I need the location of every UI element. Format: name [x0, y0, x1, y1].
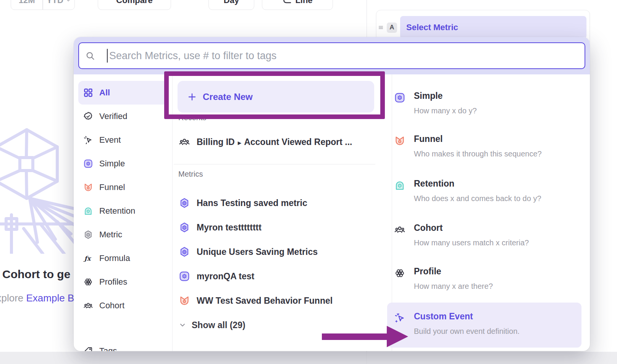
type-title: Simple	[414, 90, 477, 102]
sidebar-item-funnel[interactable]: Funnel	[78, 176, 168, 199]
cohort-people-icon	[394, 224, 405, 235]
retention-icon	[83, 206, 93, 216]
type-title: Cohort	[414, 222, 529, 234]
metric-list-item[interactable]: Unique Users Saving Metrics	[179, 243, 387, 260]
background-panel-divider-bottom	[367, 351, 367, 364]
recent-item[interactable]: Billing ID ▸ Account Viewed Report ...	[179, 134, 387, 150]
metric-list-item[interactable]: myronQA test	[179, 268, 387, 285]
metric-hexagon-icon	[179, 246, 190, 258]
simple-metric-icon	[179, 271, 190, 282]
funnel-icon	[83, 182, 93, 192]
select-metric-field[interactable]: Select Metric	[400, 16, 586, 39]
range-ytd-label: YTD	[47, 0, 63, 5]
date-range-segmented-control[interactable]: 12M YTD	[11, 0, 75, 10]
metric-list-item[interactable]: WW Test Saved Behavior Funnel	[179, 292, 387, 309]
sidebar-item-label: Retention	[99, 206, 135, 216]
tag-icon	[83, 346, 93, 351]
type-option-funnel[interactable]: Funnel Who makes it through this sequenc…	[394, 133, 583, 159]
metric-name: WW Test Saved Behavior Funnel	[197, 296, 333, 306]
type-text: Profile How many x are there?	[414, 265, 493, 292]
type-text: Retention Who does x and comes back to d…	[414, 177, 541, 204]
grid-icon	[83, 88, 93, 98]
sidebar-item-profiles[interactable]: Profiles	[78, 270, 168, 294]
recent-item-label: Billing ID ▸ Account Viewed Report ...	[197, 137, 352, 147]
bottom-background-band	[0, 352, 617, 364]
recent-secondary: Account Viewed Report ...	[244, 137, 352, 147]
sidebar-item-tags[interactable]: Tags	[78, 339, 168, 351]
type-option-profile[interactable]: Profile How many x are there?	[394, 265, 583, 292]
sidebar-item-label: Funnel	[99, 182, 125, 192]
type-text: Custom Event Build your own event defini…	[414, 310, 520, 337]
search-box[interactable]	[78, 42, 585, 69]
compare-label: Compare	[116, 0, 152, 5]
cohort-people-icon	[179, 136, 190, 148]
funnel-icon	[179, 295, 190, 306]
search-icon	[85, 51, 95, 61]
recent-primary: Billing ID	[197, 137, 235, 147]
type-desc: Who does x and comes back to do y?	[414, 193, 541, 204]
metric-name: myronQA test	[197, 271, 254, 282]
line-chart-icon	[282, 0, 291, 4]
sidebar-item-retention[interactable]: Retention	[78, 199, 168, 223]
type-option-cohort[interactable]: Cohort How many users match x criteria?	[394, 222, 583, 248]
sidebar-item-verified[interactable]: Verified	[78, 105, 168, 128]
interval-day-button[interactable]: Day	[208, 0, 254, 10]
search-input[interactable]	[109, 50, 585, 62]
select-metric-label: Select Metric	[406, 23, 458, 32]
type-text: Cohort How many users match x criteria?	[414, 222, 529, 248]
metric-hexagon-icon	[179, 197, 190, 209]
metric-list-item[interactable]: Hans Testing saved metric	[179, 195, 387, 211]
chart-type-label: Line	[295, 0, 312, 5]
show-all-toggle[interactable]: Show all (29)	[179, 317, 387, 333]
type-desc: How many x are there?	[414, 280, 493, 292]
type-title: Profile	[414, 265, 493, 277]
example-board-link[interactable]: Example B	[26, 292, 74, 304]
verified-badge-icon	[83, 111, 93, 121]
annotation-arrow-head	[387, 326, 408, 347]
type-desc: Who makes it through this sequence?	[414, 148, 542, 159]
type-option-retention[interactable]: Retention Who does x and comes back to d…	[394, 177, 583, 204]
sidebar-item-label: Formula	[99, 253, 130, 263]
type-option-simple[interactable]: Simple How many x do y?	[394, 90, 583, 116]
range-ytd-button[interactable]: YTD	[43, 0, 74, 5]
custom-event-cursor-icon	[394, 312, 405, 324]
drag-handle-icon[interactable]	[378, 24, 384, 31]
metrics-section-label: Metrics	[178, 170, 203, 179]
type-desc: How many users match x criteria?	[414, 237, 529, 248]
chart-type-line-button[interactable]: Line	[262, 0, 333, 10]
range-12m-button[interactable]: 12M	[11, 0, 42, 5]
sidebar-item-cohort[interactable]: Cohort	[78, 294, 168, 317]
event-cursor-icon	[83, 135, 93, 145]
sidebar-item-simple[interactable]: Simple	[78, 152, 168, 176]
sidebar-item-all[interactable]: All	[78, 81, 168, 105]
chevron-down-icon	[179, 321, 186, 329]
sidebar-item-label: Verified	[99, 111, 127, 121]
annotation-rectangle-create-new	[164, 71, 385, 119]
metric-name: Unique Users Saving Metrics	[197, 247, 318, 257]
sidebar-item-event[interactable]: Event	[78, 128, 168, 152]
show-all-label: Show all (29)	[192, 320, 246, 330]
recents-metrics-divider	[174, 164, 375, 164]
type-desc: How many x do y?	[414, 105, 477, 116]
empty-state-explore-line: explore Example B	[0, 292, 74, 304]
empty-state-headline-fragment: r Cohort to ge	[0, 268, 70, 281]
profiles-honeycomb-icon	[394, 267, 405, 279]
metric-name: Hans Testing saved metric	[197, 198, 307, 208]
metric-picker-screen: 12M YTD Compare Day Line A Select Metric	[0, 0, 617, 364]
series-letter-badge: A	[387, 23, 397, 33]
metric-list-item[interactable]: Myron testttttttt	[179, 219, 387, 236]
sidebar-item-label: Cohort	[99, 301, 124, 311]
sidebar-item-label: Profiles	[99, 277, 127, 287]
empty-state-illustration	[0, 128, 75, 254]
sidebar-item-metric[interactable]: Metric	[78, 223, 168, 246]
sidebar-item-label: Simple	[99, 159, 125, 169]
sidebar-item-label: All	[99, 88, 110, 98]
type-option-custom-event[interactable]: Custom Event Build your own event defini…	[394, 310, 583, 337]
simple-metric-icon	[83, 159, 93, 169]
metric-hexagon-icon	[83, 230, 93, 240]
sidebar-item-formula[interactable]: ƒx Formula	[78, 246, 168, 270]
type-desc: Build your own event definition.	[414, 325, 520, 337]
type-title: Funnel	[414, 133, 542, 145]
compare-button[interactable]: Compare	[98, 0, 171, 10]
metric-name: Myron testttttttt	[197, 222, 262, 233]
